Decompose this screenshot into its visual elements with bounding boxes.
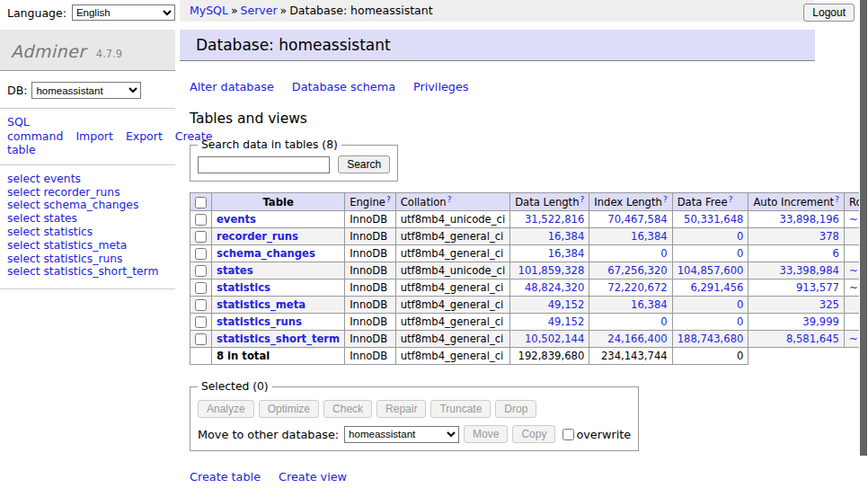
- engine-cell: InnoDB: [345, 245, 396, 262]
- sidebar-action-export[interactable]: Export: [126, 129, 163, 143]
- help-icon: ?: [663, 195, 668, 204]
- total-label-cell: 8 in total: [212, 348, 345, 365]
- sidebar-item-select-statistics-short-term[interactable]: select statistics_short_term: [7, 266, 168, 278]
- repair-button[interactable]: Repair: [376, 400, 426, 418]
- help-link[interactable]: ?: [663, 195, 668, 204]
- scrollbar-thumb[interactable]: [860, 0, 867, 456]
- breadcrumb-server-link[interactable]: Server: [241, 4, 278, 17]
- data-length-cell: 16,384: [510, 228, 589, 245]
- index-length-cell: 16,384: [589, 228, 672, 245]
- alter-database-link[interactable]: Alter database: [190, 80, 274, 93]
- sidebar-item-select-events[interactable]: select events: [7, 173, 168, 185]
- language-select[interactable]: English: [72, 4, 175, 21]
- row-checkbox[interactable]: [195, 299, 207, 311]
- col-header-data-free: Data Free?: [672, 193, 748, 211]
- help-link[interactable]: ?: [729, 195, 733, 204]
- create-view-link[interactable]: Create view: [279, 470, 347, 484]
- table-link-statistics-short-term[interactable]: statistics_short_term: [217, 333, 340, 345]
- optimize-button[interactable]: Optimize: [259, 400, 319, 418]
- help-link[interactable]: ?: [580, 195, 585, 204]
- move-label: Move to other database:: [198, 428, 339, 441]
- select-all-checkbox[interactable]: [195, 197, 207, 209]
- table-row: eventsInnoDButf8mb4_unicode_ci31,522,816…: [190, 211, 868, 228]
- database-schema-link[interactable]: Database schema: [292, 80, 395, 93]
- sidebar-item-select-states[interactable]: select states: [7, 213, 168, 225]
- help-link[interactable]: ?: [835, 195, 839, 204]
- privileges-link[interactable]: Privileges: [413, 80, 469, 93]
- help-link[interactable]: ?: [386, 195, 391, 204]
- engine-cell: InnoDB: [345, 228, 396, 245]
- table-link-events[interactable]: events: [217, 213, 256, 226]
- logout-button[interactable]: Logout: [803, 4, 855, 22]
- row-checkbox[interactable]: [195, 231, 207, 243]
- sidebar-item-select-statistics-runs[interactable]: select statistics_runs: [7, 253, 168, 265]
- selected-buttons: AnalyzeOptimizeCheckRepairTruncateDrop: [198, 400, 631, 418]
- row-checkbox[interactable]: [195, 316, 207, 328]
- total-empty-cell: [190, 348, 212, 365]
- table-link-statistics-meta[interactable]: statistics_meta: [217, 298, 306, 311]
- analyze-button[interactable]: Analyze: [198, 400, 254, 418]
- table-name-cell: statistics_runs: [212, 314, 345, 331]
- row-checkbox[interactable]: [195, 282, 207, 294]
- auto-increment-cell: 8,581,645: [748, 331, 845, 348]
- overwrite-label: overwrite: [562, 428, 631, 441]
- data-free-cell: 0: [672, 297, 748, 314]
- table-link-states[interactable]: states: [217, 264, 253, 277]
- table-name-cell: statistics_meta: [212, 297, 345, 314]
- db-select[interactable]: homeassistant: [31, 82, 141, 99]
- search-input[interactable]: [198, 156, 330, 173]
- scrollbar-track[interactable]: [859, 0, 868, 488]
- move-button[interactable]: Move: [464, 425, 508, 443]
- sidebar-table-links: select eventsselect recorder_runsselect …: [0, 165, 175, 289]
- truncate-button[interactable]: Truncate: [430, 400, 491, 418]
- auto-increment-cell: 325: [748, 297, 845, 314]
- create-table-link[interactable]: Create table: [190, 470, 261, 484]
- sidebar-item-select-statistics[interactable]: select statistics: [7, 226, 168, 238]
- table-link-recorder-runs[interactable]: recorder_runs: [217, 230, 298, 243]
- col-header-index-length: Index Length?: [589, 193, 672, 211]
- table-row: statistics_metaInnoDButf8mb4_general_ci4…: [190, 297, 868, 314]
- sidebar-item-select-schema-changes[interactable]: select schema_changes: [7, 200, 168, 211]
- col-header-auto-increment: Auto Increment?: [748, 193, 845, 211]
- row-checkbox-cell: [190, 228, 212, 245]
- col-header-engine: Engine?: [345, 193, 396, 211]
- row-checkbox[interactable]: [195, 248, 207, 260]
- database-action-links: Alter databaseDatabase schemaPrivileges: [190, 80, 815, 93]
- overwrite-checkbox[interactable]: [562, 429, 574, 440]
- row-checkbox[interactable]: [195, 214, 207, 226]
- index-length-cell: 0: [589, 314, 672, 331]
- help-icon: ?: [729, 195, 733, 204]
- drop-button[interactable]: Drop: [495, 400, 536, 418]
- help-link[interactable]: ?: [447, 195, 452, 204]
- search-legend: Search data in tables (8): [198, 138, 341, 151]
- row-checkbox[interactable]: [195, 265, 207, 277]
- check-button[interactable]: Check: [323, 400, 372, 418]
- table-link-statistics-runs[interactable]: statistics_runs: [217, 315, 302, 328]
- create-links: Create tableCreate view: [190, 470, 815, 484]
- data-length-cell: 31,522,816: [510, 211, 589, 228]
- engine-cell: InnoDB: [345, 262, 396, 279]
- search-button[interactable]: Search: [338, 155, 390, 173]
- collation-cell: utf8mb4_general_ci: [395, 228, 509, 245]
- data-length-cell: 48,824,320: [510, 279, 589, 297]
- sidebar-action-import[interactable]: Import: [75, 129, 113, 143]
- total-index-length-cell: 234,143,744: [589, 348, 672, 365]
- copy-button[interactable]: Copy: [512, 425, 555, 443]
- move-db-select[interactable]: homeassistant: [344, 426, 459, 443]
- auto-increment-cell: 378: [748, 228, 845, 245]
- data-length-cell: 101,859,328: [510, 262, 589, 279]
- table-link-schema-changes[interactable]: schema_changes: [217, 247, 315, 260]
- auto-increment-cell: 33,398,984: [748, 262, 845, 279]
- sidebar-item-select-recorder-runs[interactable]: select recorder_runs: [7, 187, 168, 199]
- sidebar-action-sql-command[interactable]: SQL command: [7, 115, 63, 143]
- total-collation-cell: utf8mb4_general_ci: [395, 348, 509, 365]
- table-link-statistics[interactable]: statistics: [217, 281, 270, 294]
- table-name-cell: statistics: [212, 279, 345, 297]
- row-checkbox[interactable]: [195, 333, 207, 345]
- engine-cell: InnoDB: [345, 279, 396, 297]
- collation-cell: utf8mb4_general_ci: [395, 279, 509, 297]
- table-header-row: TableEngine?Collation?Data Length?Index …: [190, 193, 868, 211]
- sidebar-item-select-statistics-meta[interactable]: select statistics_meta: [7, 240, 168, 252]
- breadcrumb-mysql-link[interactable]: MySQL: [190, 4, 228, 17]
- data-free-cell: 0: [672, 314, 748, 331]
